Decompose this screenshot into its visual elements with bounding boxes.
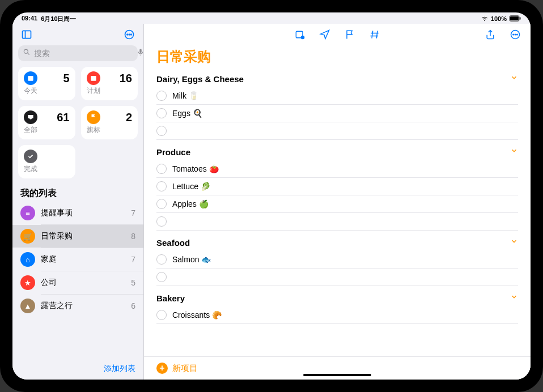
reminder-item[interactable]: Eggs 🍳 (156, 105, 518, 122)
reminder-item[interactable] (156, 213, 518, 231)
list-name: 露营之行 (41, 301, 125, 311)
flag-button[interactable] (342, 27, 357, 42)
svg-point-7 (129, 34, 130, 35)
flag-icon (87, 110, 100, 124)
reminder-item[interactable]: Milk 🥛 (156, 87, 518, 105)
location-button[interactable] (317, 27, 332, 42)
section-header[interactable]: Dairy, Eggs & Cheese (156, 70, 518, 87)
sidebar: 5 今天 16 计划 (12, 24, 144, 380)
completion-toggle[interactable] (156, 91, 167, 101)
search-icon (23, 48, 31, 58)
list-count: 8 (131, 232, 135, 241)
more-button[interactable] (508, 27, 523, 42)
section-name: Dairy, Eggs & Cheese (156, 74, 244, 84)
reminder-item[interactable] (156, 122, 518, 140)
list-name: 日常采购 (41, 231, 125, 241)
list-name: 提醒事项 (41, 208, 125, 218)
list-count: 7 (131, 208, 135, 218)
list-count: 5 (131, 278, 135, 287)
reminder-item[interactable]: Lettuce 🥬 (156, 178, 518, 195)
flagged-label: 旗标 (87, 125, 133, 135)
reminder-text[interactable]: Milk 🥛 (172, 91, 198, 100)
search-field[interactable] (18, 45, 138, 61)
today-label: 今天 (24, 86, 70, 96)
completion-toggle[interactable] (156, 126, 167, 136)
sidebar-list-item[interactable]: ★公司5 (12, 271, 143, 294)
smart-list-all[interactable]: 61 全部 (18, 106, 75, 139)
search-input[interactable] (34, 49, 133, 58)
my-lists-header: 我的列表 (12, 184, 143, 202)
svg-line-10 (28, 53, 29, 55)
reminder-text[interactable]: Tomatoes 🍅 (172, 164, 219, 173)
sidebar-list-item[interactable]: ⌂家庭7 (12, 248, 143, 271)
microphone-icon[interactable] (137, 48, 145, 58)
svg-rect-1 (510, 16, 519, 20)
tag-button[interactable] (367, 27, 382, 42)
list-name: 家庭 (41, 254, 125, 265)
svg-rect-11 (28, 76, 33, 81)
chevron-down-icon (510, 147, 518, 157)
list-icon: 🛒 (20, 229, 35, 244)
list-icon: ⌂ (20, 252, 35, 267)
list-count: 6 (131, 301, 135, 310)
svg-point-9 (24, 49, 28, 53)
plus-icon: + (156, 363, 168, 374)
reminder-text[interactable]: Salmon 🐟 (172, 255, 211, 264)
status-bar: 09:41 6月10日周一 100% (12, 12, 531, 24)
reminder-text[interactable]: Eggs 🍳 (172, 109, 202, 118)
sidebar-list-item[interactable]: 🛒日常采购8 (12, 225, 143, 248)
completion-toggle[interactable] (156, 272, 167, 282)
completed-label: 完成 (24, 164, 70, 174)
smart-list-flagged[interactable]: 2 旗标 (81, 106, 138, 139)
toggle-sidebar-button[interactable] (19, 27, 34, 42)
new-item-label: 新项目 (172, 363, 198, 374)
completion-toggle[interactable] (156, 164, 167, 174)
inbox-icon (24, 110, 37, 124)
completion-toggle[interactable] (156, 199, 167, 209)
svg-point-6 (127, 34, 128, 35)
smart-list-today[interactable]: 5 今天 (18, 67, 75, 100)
svg-line-16 (376, 31, 377, 38)
status-date: 6月10日周一 (41, 15, 76, 23)
svg-point-20 (513, 34, 514, 35)
completion-toggle[interactable] (156, 216, 167, 227)
wifi-icon (481, 14, 489, 23)
completion-toggle[interactable] (156, 181, 167, 191)
svg-point-22 (517, 34, 518, 35)
reminder-text[interactable]: Apples 🍏 (172, 199, 209, 208)
add-list-button[interactable]: 添加列表 (104, 364, 135, 373)
section-header[interactable]: Produce (156, 143, 518, 160)
reminder-text[interactable]: Croissants 🥐 (172, 310, 222, 319)
share-button[interactable] (483, 27, 498, 42)
all-label: 全部 (24, 125, 70, 135)
reminder-item[interactable]: Croissants 🥐 (156, 306, 518, 324)
chevron-down-icon (510, 74, 518, 84)
home-indicator[interactable] (303, 374, 371, 376)
reminder-item[interactable] (156, 269, 518, 286)
list-title: 日常采购 (144, 45, 531, 70)
section-header[interactable]: Seafood (156, 234, 518, 251)
completion-toggle[interactable] (156, 310, 167, 320)
svg-point-21 (515, 34, 516, 35)
smart-list-scheduled[interactable]: 16 计划 (81, 67, 138, 100)
sidebar-more-button[interactable] (122, 27, 137, 42)
svg-rect-3 (23, 31, 31, 38)
main-panel: 日常采购 Dairy, Eggs & CheeseMilk 🥛Eggs 🍳Pro… (144, 24, 531, 380)
reminder-item[interactable]: Tomatoes 🍅 (156, 160, 518, 178)
calendar-badge-button[interactable] (292, 27, 307, 42)
reminder-item[interactable]: Apples 🍏 (156, 195, 518, 213)
sidebar-list-item[interactable]: ▲露营之行6 (12, 295, 143, 317)
completion-toggle[interactable] (156, 108, 167, 118)
list-icon: ★ (20, 275, 35, 290)
reminder-text[interactable]: Lettuce 🥬 (172, 182, 210, 191)
list-name: 公司 (41, 278, 125, 288)
svg-point-14 (301, 36, 305, 40)
battery-icon (509, 15, 521, 23)
status-time: 09:41 (22, 15, 37, 23)
smart-list-completed[interactable]: 完成 (18, 145, 75, 178)
reminder-item[interactable]: Salmon 🐟 (156, 251, 518, 269)
chevron-down-icon (510, 237, 518, 248)
completion-toggle[interactable] (156, 254, 167, 265)
section-header[interactable]: Bakery (156, 289, 518, 306)
sidebar-list-item[interactable]: ≡提醒事项7 (12, 202, 143, 224)
